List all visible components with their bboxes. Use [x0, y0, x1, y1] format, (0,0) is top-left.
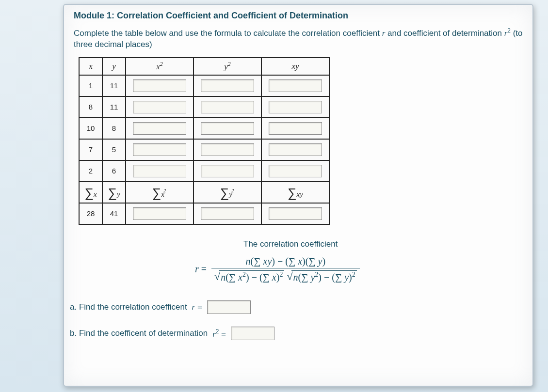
sum-row: 28 41: [79, 203, 329, 224]
formula-caption: The correlation coefficient: [243, 239, 523, 249]
cell-x: 2: [79, 160, 102, 182]
input-y2-0[interactable]: [201, 79, 254, 92]
module-title: Module 1: Correlation Coefficient and Co…: [74, 11, 523, 21]
input-xy-1[interactable]: [269, 101, 322, 113]
instructions-p1: Complete the table below and use the for…: [74, 29, 382, 38]
questions: a. Find the correlation coefficent r = b…: [70, 300, 523, 340]
input-x2-1[interactable]: [133, 101, 186, 113]
input-sum-x2[interactable]: [133, 207, 186, 220]
sigma-x2-label: ∑x2: [126, 182, 193, 203]
input-y2-3[interactable]: [201, 143, 254, 156]
question-b-text: b. Find the coefficent of determination: [70, 329, 208, 338]
table-row: 7 5: [79, 139, 329, 160]
cell-y: 5: [102, 139, 126, 160]
formula-num: n(∑ xy) − (∑ x)(∑ y): [243, 256, 329, 268]
input-xy-3[interactable]: [269, 143, 322, 156]
cell-y: 8: [102, 118, 126, 139]
cell-x: 10: [79, 118, 102, 139]
table-header-row: x y x2 y2 xy: [79, 58, 329, 75]
sigma-y-label: ∑y: [102, 182, 126, 203]
sigma-label-row: ∑x ∑y ∑x2 ∑y2 ∑xy: [79, 182, 329, 203]
cell-x: 8: [79, 96, 102, 118]
input-xy-2[interactable]: [269, 122, 322, 135]
sigma-xy-label: ∑xy: [261, 182, 329, 203]
answer-r[interactable]: [207, 300, 251, 314]
formula-den: n(∑ x2) − (∑ x)2 n(∑ y2) − (∑ y)2: [211, 268, 360, 283]
question-b-sym: r2 =: [212, 328, 226, 339]
input-x2-4[interactable]: [133, 165, 186, 177]
table-row: 1 11: [79, 75, 329, 96]
table-row: 2 6: [79, 160, 329, 182]
input-y2-1[interactable]: [201, 101, 254, 113]
input-x2-0[interactable]: [133, 79, 186, 92]
header-x: x: [79, 58, 102, 75]
input-y2-4[interactable]: [201, 165, 254, 177]
header-y: y: [102, 58, 126, 75]
sum-x: 28: [79, 203, 102, 224]
question-a-sym: r =: [192, 302, 202, 312]
instructions-p2: and coefficient of determination: [385, 29, 504, 38]
sigma-x-label: ∑x: [79, 182, 102, 203]
input-xy-0[interactable]: [269, 79, 322, 92]
cell-y: 6: [102, 160, 126, 182]
cell-x: 1: [79, 75, 102, 96]
formula: r = n(∑ xy) − (∑ x)(∑ y) n(∑ x2) − (∑ x)…: [195, 256, 523, 283]
formula-fraction: n(∑ xy) − (∑ x)(∑ y) n(∑ x2) − (∑ x)2 n(…: [211, 256, 360, 283]
question-a-text: a. Find the correlation coefficent: [70, 302, 187, 312]
question-card: Module 1: Correlation Coefficient and Co…: [63, 4, 533, 387]
instructions: Complete the table below and use the for…: [74, 27, 523, 50]
sum-y: 41: [102, 203, 126, 224]
cell-y: 11: [102, 96, 126, 118]
answer-r2[interactable]: [231, 327, 274, 340]
input-sum-y2[interactable]: [201, 207, 254, 220]
cell-x: 7: [79, 139, 102, 160]
data-table: x y x2 y2 xy 1 11 8 11 10 8 7: [79, 57, 330, 225]
input-x2-3[interactable]: [133, 143, 186, 156]
sigma-y2-label: ∑y2: [193, 182, 261, 203]
cell-y: 11: [102, 75, 126, 96]
header-xy: xy: [261, 58, 329, 75]
input-xy-4[interactable]: [269, 165, 322, 177]
header-x2: x2: [126, 58, 193, 75]
question-a: a. Find the correlation coefficent r =: [70, 300, 523, 314]
input-y2-2[interactable]: [201, 122, 254, 135]
input-sum-xy[interactable]: [269, 207, 322, 220]
input-x2-2[interactable]: [133, 122, 186, 135]
formula-block: The correlation coefficient r = n(∑ xy) …: [195, 239, 523, 283]
table-row: 10 8: [79, 118, 329, 139]
formula-lhs: r =: [195, 264, 207, 275]
question-b: b. Find the coefficent of determination …: [70, 327, 523, 340]
header-y2: y2: [193, 58, 261, 75]
table-row: 8 11: [79, 96, 329, 118]
